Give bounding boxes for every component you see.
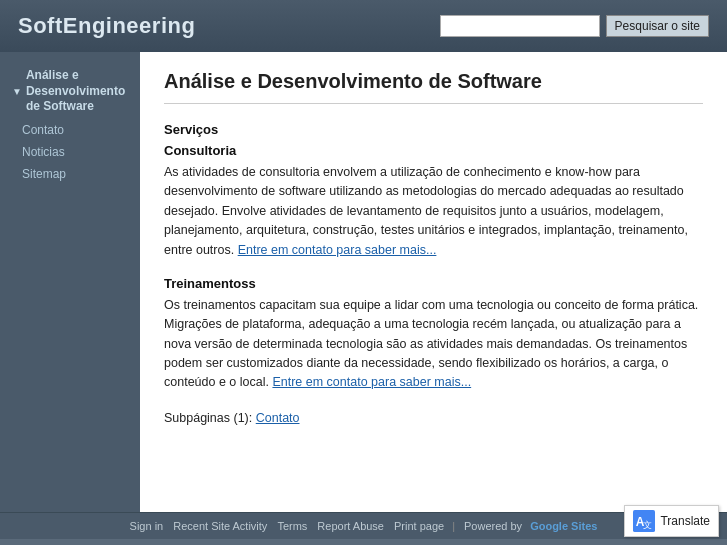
translate-icon: A 文 [633, 510, 655, 532]
treinamentos-title: Treinamentoss [164, 276, 703, 291]
site-title: SoftEngineering [18, 13, 195, 39]
services-section: Serviços Consultoria As atividades de co… [164, 122, 703, 393]
footer-terms[interactable]: Terms [277, 520, 307, 532]
search-button[interactable]: Pesquisar o site [606, 15, 709, 37]
consultoria-block: Consultoria As atividades de consultoria… [164, 143, 703, 260]
translate-label: Translate [660, 514, 710, 528]
main-layout: ▼ Análise e Desenvolvimento de Software … [0, 52, 727, 512]
treinamentos-link[interactable]: Entre em contato para saber mais... [272, 375, 471, 389]
subpages-label: Subpáginas (1): [164, 411, 256, 425]
sidebar: ▼ Análise e Desenvolvimento de Software … [0, 52, 140, 512]
subpages-link[interactable]: Contato [256, 411, 300, 425]
search-input[interactable] [440, 15, 600, 37]
page-title: Análise e Desenvolvimento de Software [164, 70, 703, 104]
powered-by-label: Powered by [464, 520, 522, 532]
sidebar-section-title[interactable]: ▼ Análise e Desenvolvimento de Software [0, 62, 140, 119]
footer-separator: | [452, 520, 455, 532]
footer-report-abuse[interactable]: Report Abuse [317, 520, 384, 532]
treinamentos-paragraph: Os treinamentos capacitam sua equipe a l… [164, 296, 703, 393]
svg-text:文: 文 [644, 520, 653, 530]
footer-powered-text: Powered by Google Sites [464, 520, 602, 532]
subpages-line: Subpáginas (1): Contato [164, 411, 703, 425]
consultoria-title: Consultoria [164, 143, 703, 158]
footer-print-page[interactable]: Print page [394, 520, 444, 532]
sidebar-section-label: Análise e Desenvolvimento de Software [26, 68, 128, 115]
consultoria-link[interactable]: Entre em contato para saber mais... [238, 243, 437, 257]
sidebar-item-contato[interactable]: Contato [0, 119, 140, 141]
footer: Sign in Recent Site Activity Terms Repor… [0, 512, 727, 539]
sidebar-arrow-icon: ▼ [12, 85, 22, 98]
search-area: Pesquisar o site [440, 15, 709, 37]
content-area: Análise e Desenvolvimento de Software Se… [140, 52, 727, 512]
header: SoftEngineering Pesquisar o site [0, 0, 727, 52]
sidebar-item-noticias[interactable]: Noticias [0, 141, 140, 163]
footer-links: Sign in Recent Site Activity Terms Repor… [125, 520, 603, 532]
footer-recent-activity[interactable]: Recent Site Activity [173, 520, 267, 532]
footer-google-sites[interactable]: Google Sites [530, 520, 597, 532]
footer-signin[interactable]: Sign in [130, 520, 164, 532]
services-title: Serviços [164, 122, 703, 137]
translate-widget[interactable]: A 文 Translate [624, 505, 719, 537]
sidebar-item-sitemap[interactable]: Sitemap [0, 163, 140, 185]
treinamentos-title-text: Treinamentos [164, 276, 249, 291]
treinamentos-block: Treinamentoss Os treinamentos capacitam … [164, 276, 703, 393]
consultoria-paragraph: As atividades de consultoria envolvem a … [164, 163, 703, 260]
